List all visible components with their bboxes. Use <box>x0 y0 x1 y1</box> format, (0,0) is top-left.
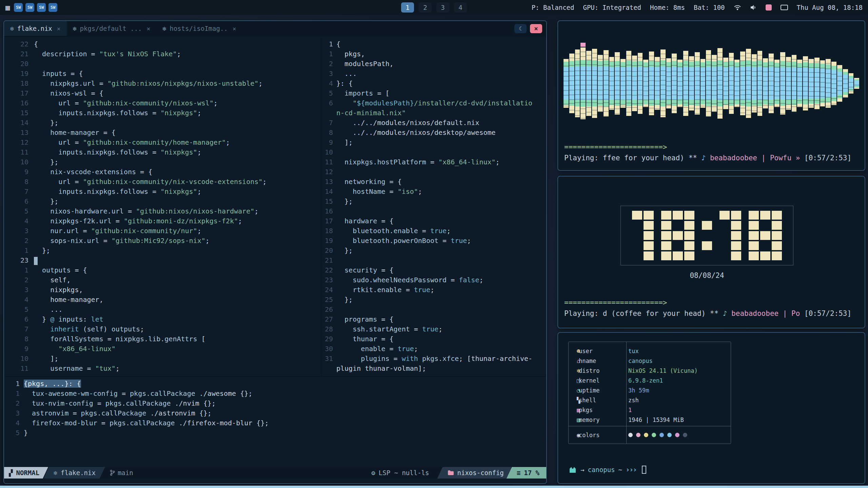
code-text: url = "github:nix-community/home-manager… <box>34 138 230 147</box>
tray-badge[interactable]: SW <box>14 3 23 12</box>
code-text: n-cd-minimal.nix" <box>336 108 406 118</box>
visualizer-bar <box>774 26 780 141</box>
code-text: url = "github:nix-community/nixos-wsl"; <box>34 98 218 108</box>
fetch-row: ▦pkgs1 <box>569 405 731 415</box>
code-line: 28 ssh.startAgent = true; <box>321 324 546 334</box>
line-number: 8 <box>321 128 336 138</box>
workspace-tag-4[interactable]: 4 <box>454 2 467 13</box>
clock-cell <box>760 231 770 240</box>
code-line: 7 inherit (self) outputs; <box>4 324 321 334</box>
tab-close-icon[interactable]: × <box>147 25 151 32</box>
clock-cell <box>661 231 671 240</box>
tab-flake-nix[interactable]: ❄flake.nix× <box>4 21 67 36</box>
code-text: home-manager = { <box>34 128 116 138</box>
tray-badge[interactable]: SW <box>37 3 46 12</box>
code-text: thunar = { <box>336 334 394 344</box>
code-text: ../../modules/nixos/desktop/awesome <box>336 128 496 138</box>
line-number: 29 <box>321 334 336 344</box>
clock-cell <box>772 211 782 220</box>
line-number: 8 <box>4 334 34 344</box>
tab-pkgs-default-[interactable]: ❄pkgs/default ...× <box>67 21 157 36</box>
fetch-value: 1946 | 15394 MiB <box>618 416 684 423</box>
code-text: nixpkgs.hostPlatform = "x86_64-linux"; <box>336 157 500 167</box>
prompt-host: canopus <box>588 466 615 473</box>
clock-cell <box>702 221 712 230</box>
topbar-left: ▦ SWSWSWSW <box>5 3 57 12</box>
visualizer-bar <box>803 26 808 141</box>
visualizer-bar <box>586 26 591 141</box>
fetch-terminal-window: ☻usertux⌂hnamecanopus❄distroNixOS 24.11 … <box>557 332 865 484</box>
fetch-label: hname <box>579 358 618 364</box>
pkgs-icon: ▦ <box>569 407 579 413</box>
clock-cell <box>661 211 671 220</box>
clock-cell <box>702 211 712 220</box>
line-number: 3 <box>4 285 34 295</box>
visualizer-bar <box>643 26 648 141</box>
theme-toggle-button[interactable]: ☾ <box>514 24 527 33</box>
visualizer-bar <box>820 26 825 141</box>
app-launcher-icon[interactable]: ▦ <box>5 3 10 12</box>
visualizer-bar <box>564 26 569 141</box>
tab-close-icon[interactable]: × <box>57 25 61 32</box>
code-text: ... <box>34 305 62 314</box>
editor-cursor <box>34 257 38 265</box>
code-text: }; <box>336 197 353 206</box>
line-number: 20 <box>321 246 336 256</box>
volume-icon[interactable] <box>750 4 757 11</box>
workspace-tag-3[interactable]: 3 <box>436 2 449 13</box>
editor-tabline: ❄flake.nix×❄pkgs/default ...×❄hosts/isoI… <box>4 21 546 37</box>
layout-monitor-icon[interactable] <box>781 5 788 10</box>
wifi-icon[interactable] <box>734 4 741 11</box>
palette-icon: ◉ <box>569 432 579 439</box>
command-line[interactable] <box>4 479 546 483</box>
tray-badge[interactable]: SW <box>48 3 57 12</box>
line-number: 30 <box>321 344 336 354</box>
code-text: inherit (self) outputs; <box>34 324 144 334</box>
code-line: 3 nixpkgs, <box>4 285 321 295</box>
code-line: 21 description = "tux's NixOS Flake"; <box>4 49 321 59</box>
code-pane-iso-image[interactable]: 1{1 pkgs,2 modulesPath,3 ...4}: {5 impor… <box>321 37 546 376</box>
clock-glyph <box>702 211 712 260</box>
code-line: 1 outputs = { <box>4 265 321 275</box>
tray-badge[interactable]: SW <box>25 3 34 12</box>
color-dot <box>628 433 633 437</box>
line-number: 21 <box>321 256 336 265</box>
visualizer-bar <box>706 26 711 141</box>
clock-terminal-window: 08/08/24 =======================> Playin… <box>557 176 865 328</box>
clock-cell <box>632 231 642 240</box>
cat-prompt-icon <box>568 466 577 473</box>
workspace-tag-1[interactable]: 1 <box>401 2 414 13</box>
code-line: 24 rtkit.enable = true; <box>321 285 546 295</box>
code-line: 11 inputs.nixpkgs.follows = "nixpkgs"; <box>4 147 321 157</box>
line-number: 18 <box>4 79 34 88</box>
color-swatch-icon[interactable] <box>766 4 772 11</box>
visualizer-bar <box>786 26 791 141</box>
code-pane-pkgs-default[interactable]: 1{pkgs, ...}: {1 tux-awesome-wm-config =… <box>4 376 546 467</box>
code-line: 4 firefox-mod-blur = pkgs.callPackage ./… <box>4 418 546 428</box>
clock-cell <box>772 241 782 250</box>
code-line: 22 security = { <box>321 265 546 275</box>
workspace-tag-2[interactable]: 2 <box>419 2 432 13</box>
visualizer-bar <box>626 26 631 141</box>
line-number: 31 <box>321 354 336 364</box>
line-number: 12 <box>321 167 336 177</box>
code-pane-flake-nix[interactable]: 22{21 description = "tux's NixOS Flake";… <box>4 37 321 376</box>
mode-label: NORMAL <box>16 469 39 476</box>
visualizer-bar <box>712 26 717 141</box>
clock-cell <box>632 221 642 230</box>
status-text: Bat: 100 <box>694 4 725 11</box>
clock-cell <box>673 221 683 230</box>
clock-glyph <box>661 211 694 260</box>
code-line: 17 hardware = { <box>321 216 546 226</box>
kernel-icon: ◳ <box>569 377 579 384</box>
mode-indicator: ▞ NORMAL <box>4 467 48 479</box>
code-text: nixpkgs-f2k.url = "github:moni-dz/nixpkg… <box>34 216 242 226</box>
tab-hosts-isoimag-[interactable]: ❄hosts/isoImag..× <box>156 21 242 36</box>
visualizer-bar <box>752 26 757 141</box>
shell-prompt[interactable]: → canopus ~ ››› <box>568 466 646 474</box>
tab-close-icon[interactable]: × <box>233 25 236 32</box>
window-close-button[interactable]: × <box>530 24 542 33</box>
code-line: 30 enable = true; <box>321 344 546 354</box>
line-number: 10 <box>321 147 336 157</box>
line-number: 14 <box>321 187 336 197</box>
